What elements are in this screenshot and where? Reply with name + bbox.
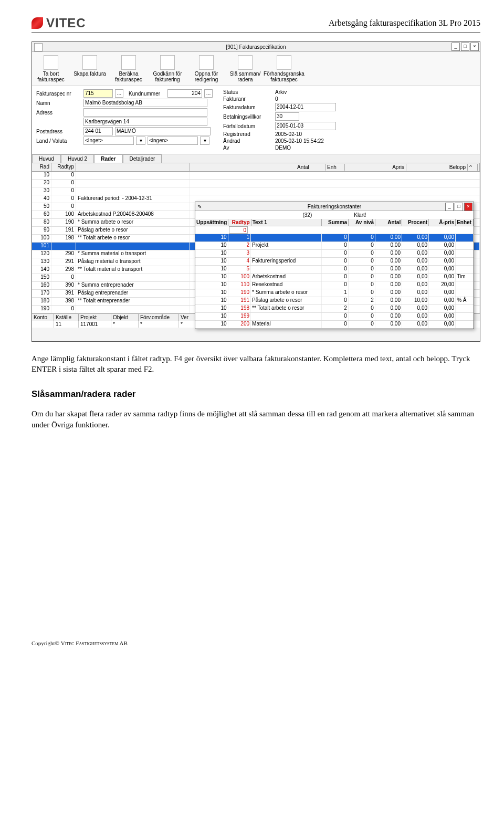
list-item[interactable]: 105000,000,000,00 [195, 266, 474, 274]
popup-icon: ✎ [197, 204, 202, 209]
col-enh[interactable]: Enh [326, 164, 345, 171]
ver-input[interactable]: * [179, 321, 196, 328]
adress-input[interactable] [83, 108, 207, 117]
list-item[interactable]: 102Projekt000,000,000,00 [195, 242, 474, 250]
fakturaspec-nr-label: Fakturaspec nr [36, 91, 81, 97]
maximize-button[interactable]: □ [461, 43, 469, 51]
av-label: Av [223, 145, 273, 151]
page-footer: Copyright© Vitec Fastighetssystem AB [32, 640, 480, 646]
tool-icon [277, 55, 291, 70]
toolbar-button[interactable]: Slå samman/ radera [228, 55, 262, 82]
tool-icon [121, 55, 136, 70]
forfallodatum-label: Förfallodatum [223, 123, 273, 129]
close-button[interactable]: × [464, 203, 472, 211]
maximize-button[interactable]: □ [455, 203, 463, 211]
popup-title: Faktureringskonstanter [308, 204, 361, 209]
adress-label: Adress [36, 110, 81, 116]
col-avniva[interactable]: Av nivå [349, 219, 375, 226]
fakturanr-value: 0 [275, 96, 278, 102]
table-row[interactable]: 100 [32, 172, 480, 180]
status-label: Status [223, 89, 273, 95]
list-item[interactable]: 101000,000,000,00 [195, 234, 474, 242]
col-enhet[interactable]: Enhet [456, 219, 474, 226]
list-item[interactable]: 10200Material000,000,000,00 [195, 321, 474, 329]
col-antal[interactable]: Antal [375, 219, 402, 226]
tool-label: Ta bort fakturaspec [34, 71, 68, 82]
forfallodatum-input[interactable]: 2005-01-03 [275, 122, 336, 130]
registrerad-value: 2005-02-10 [275, 131, 302, 137]
fakturadatum-input[interactable]: 2004-12-01 [275, 103, 336, 111]
tab[interactable]: Huvud 2 [61, 154, 94, 163]
kundnummer-input[interactable]: 204 [167, 89, 202, 98]
minimize-button[interactable]: _ [452, 43, 460, 51]
toolbar-button[interactable]: Öppna för redigering [190, 55, 223, 82]
chevron-down-icon[interactable]: ▾ [200, 136, 209, 145]
namn-label: Namn [36, 100, 81, 106]
app-icon [34, 43, 43, 51]
list-item[interactable]: 10100Arbetskostnad000,000,000,00Tim [195, 274, 474, 281]
minimize-button[interactable]: _ [445, 203, 454, 211]
close-button[interactable]: × [470, 43, 479, 51]
col-procent[interactable]: Procent [402, 219, 429, 226]
toolbar-button[interactable]: Ta bort fakturaspec [34, 55, 68, 82]
forv-input[interactable]: * [139, 321, 179, 328]
tab[interactable]: Detaljrader [123, 154, 162, 163]
toolbar: Ta bort fakturaspecSkapa fakturaBeräkna … [32, 52, 480, 86]
tab[interactable]: Rader [94, 154, 122, 163]
col-belopp[interactable]: Belopp [406, 164, 468, 171]
list-item[interactable]: 10199000,000,000,00 [195, 313, 474, 321]
list-item[interactable]: 10110Resekostnad000,000,0020,00 [195, 281, 474, 289]
projekt-input[interactable]: 117001 [79, 321, 111, 328]
valuta-select[interactable]: <ingen> [148, 136, 198, 145]
col-kstalle: Kställe [54, 314, 79, 321]
col-konto: Konto [32, 314, 54, 321]
kstalle-input[interactable]: 11 [54, 321, 79, 328]
betalningsvillkor-input[interactable]: 30 [275, 112, 299, 121]
toolbar-button[interactable]: Förhandsgranska fakturaspec [267, 55, 301, 82]
col-text1[interactable]: Text 1 [251, 219, 322, 226]
chevron-down-icon[interactable]: ▾ [136, 136, 145, 145]
postadress-label: Postadress [36, 129, 81, 134]
toolbar-button[interactable]: Skapa faktura [73, 55, 107, 82]
tabs: HuvudHuvud 2RaderDetaljrader [32, 154, 480, 163]
tool-label: Förhandsgranska fakturaspec [264, 71, 304, 82]
col-objekt: Objekt [111, 314, 139, 321]
popup-titlebar: ✎ Faktureringskonstanter _ □ × [195, 202, 474, 211]
list-item[interactable]: 10190* Summa arbete o resor100,000,000,0… [195, 289, 474, 297]
tab[interactable]: Huvud [32, 154, 61, 163]
lookup-button[interactable]: ... [115, 89, 123, 98]
toolbar-button[interactable]: Beräkna fakturaspec [112, 55, 145, 82]
adress2-input[interactable]: Karlbergsvägen 14 [83, 118, 207, 126]
popup-status: Klart! [354, 212, 366, 218]
col-text[interactable] [76, 163, 190, 171]
table-row[interactable]: 300 [32, 187, 480, 195]
table-row[interactable]: 200 [32, 180, 480, 187]
col-apris[interactable]: Apris [345, 164, 406, 171]
col-rad[interactable]: Rad [32, 163, 51, 171]
namn-input[interactable]: Malmö Bostadsbolag AB [83, 99, 207, 107]
col-antal[interactable]: Antal [296, 164, 326, 171]
postnr-input[interactable]: 244 01 [83, 127, 113, 135]
col-apris[interactable]: Å-pris [429, 219, 456, 226]
section-heading: Slåsamman/radera rader [32, 388, 480, 401]
konto-input[interactable] [32, 321, 54, 328]
list-item[interactable]: 104Faktureringsperiod000,000,000,00 [195, 258, 474, 266]
grid-header: Rad Radtyp Antal Enh Apris Belopp ^ [32, 163, 480, 172]
list-item[interactable]: 10198** Totalt arbete o resor200,000,000… [195, 305, 474, 313]
col-uppsattning[interactable]: Uppsättning [195, 219, 228, 226]
col-summa[interactable]: Summa [322, 219, 349, 226]
fakturaspec-nr-input[interactable]: 715 [83, 89, 113, 98]
objekt-input[interactable]: * [111, 321, 139, 328]
tool-label: Skapa faktura [74, 71, 106, 77]
lookup-button[interactable]: ... [204, 89, 213, 98]
radtyp-filter-input[interactable]: 0 [229, 226, 248, 234]
toolbar-button[interactable]: Godkänn för fakturering [151, 55, 184, 82]
land-select[interactable]: <Inget> [83, 136, 134, 145]
col-radtyp[interactable]: Radtyp [228, 219, 251, 226]
registrerad-label: Registrerad [223, 131, 273, 137]
col-radtyp[interactable]: Radtyp [51, 163, 76, 171]
list-item[interactable]: 10191Påslag arbete o resor020,0010,000,0… [195, 297, 474, 305]
tool-icon [199, 55, 214, 70]
list-item[interactable]: 103000,000,000,00 [195, 250, 474, 258]
postort-input[interactable]: MALMÖ [115, 127, 211, 135]
